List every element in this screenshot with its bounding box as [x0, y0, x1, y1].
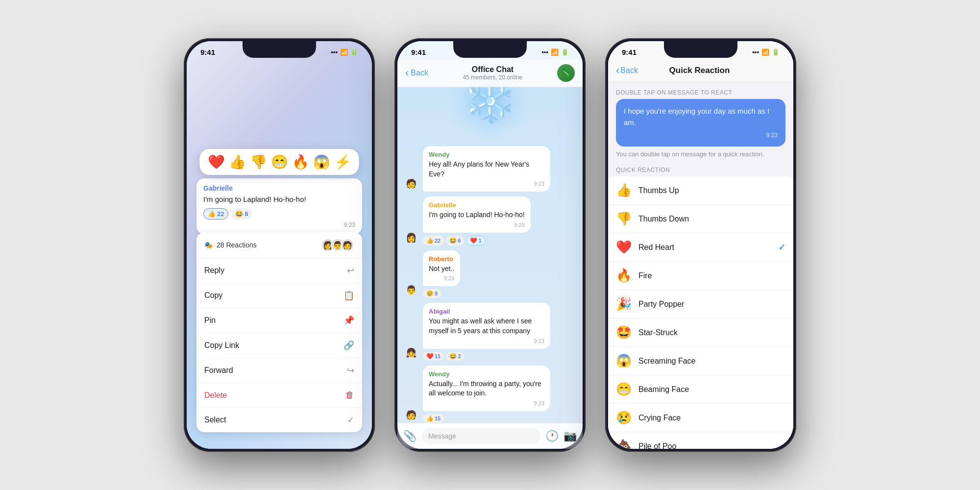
voice-icon[interactable]: 🕐: [545, 430, 559, 442]
qr-label-fire: Fire: [638, 271, 785, 280]
status-icons-2: ▪▪▪ 📶 🔋: [541, 49, 569, 56]
react-fire[interactable]: 🔥: [292, 154, 309, 170]
qr-label-scream: Screaming Face: [638, 357, 785, 366]
reaction-4a[interactable]: 👍 15: [423, 414, 444, 423]
camera-icon[interactable]: 📷: [564, 430, 577, 442]
qr-check-redheart: ✓: [778, 242, 785, 253]
qr-label-partypopper: Party Popper: [638, 300, 785, 309]
reaction-1c[interactable]: ❤️ 1: [466, 236, 485, 245]
qr-emoji-crying: 😢: [616, 410, 632, 425]
msg-row-3: 👧 Abigail You might as well ask where I …: [403, 303, 577, 360]
menu-forward[interactable]: Forward ↪: [196, 358, 362, 383]
react-scream[interactable]: 😱: [313, 154, 330, 170]
reactions-header[interactable]: 🎭 28 Reactions 👩 👨 🧑: [196, 232, 362, 258]
menu-copylink[interactable]: Copy Link 🔗: [196, 333, 362, 358]
msg-bubble-1: Gabrielle I'm going to Lapland! Ho-ho-ho…: [423, 196, 531, 233]
menu-pin-label: Pin: [204, 316, 216, 325]
notch-3: [664, 41, 737, 58]
msg-time-0: 9:23: [429, 181, 544, 187]
attachment-icon[interactable]: 📎: [403, 430, 416, 442]
reaction-3b[interactable]: 😂 3: [446, 352, 464, 361]
phone-1: 9:41 ▪▪▪ 📶 🔋 ❤️ 👍 👎 😁 🔥 😱 ⚡ Gabrielle: [184, 38, 375, 452]
menu-reply[interactable]: Reply ↩: [196, 258, 362, 283]
msg-group-3: Abigail You might as well ask where I se…: [423, 303, 550, 360]
react-grin[interactable]: 😁: [271, 154, 288, 170]
qr-item-scream[interactable]: 😱 Screaming Face: [608, 347, 793, 375]
battery-icon: 🔋: [350, 49, 358, 56]
qr-item-beaming[interactable]: 😁 Beaming Face: [608, 375, 793, 404]
reaction-count-laugh: 6: [245, 210, 248, 218]
msg-bubble-3: Abigail You might as well ask where I se…: [423, 303, 550, 348]
forward-icon: ↪: [347, 365, 354, 376]
reaction-3a[interactable]: ❤️ 11: [423, 352, 444, 361]
copy-icon: 📋: [343, 290, 354, 301]
qr-item-partypopper[interactable]: 🎉 Party Popper: [608, 290, 793, 318]
chat-title: Office Chat: [433, 65, 552, 74]
reaction-emoji-2: 😂: [235, 210, 243, 218]
qr-item-fire[interactable]: 🔥 Fire: [608, 262, 793, 290]
react-thumbsup[interactable]: 👍: [229, 154, 246, 170]
qr-header: Back Quick Reaction: [608, 59, 793, 82]
reply-icon: ↩: [347, 265, 354, 276]
chat-header: Back Office Chat 45 members, 20 online 🦎: [397, 59, 583, 87]
qr-label-crying: Crying Face: [638, 414, 785, 422]
chat-back-button[interactable]: Back: [405, 67, 428, 79]
msg-avatar-1: 👩: [403, 230, 419, 245]
reaction-1b[interactable]: 😂 6: [446, 236, 464, 245]
menu-pin[interactable]: Pin 📌: [196, 308, 362, 333]
chat-input-bar: 📎 Message 🕐 📷: [397, 423, 583, 449]
reaction-thumbsup[interactable]: 👍 22: [203, 208, 228, 220]
msg-row-1: 👩 Gabrielle I'm going to Lapland! Ho-ho-…: [403, 196, 577, 245]
signal-icon: ▪▪▪: [331, 49, 338, 56]
msg-reactions-4: 👍 15: [423, 414, 550, 423]
msg-row-2: 👨 Roberto Not yet.. 9:23 😢 9: [403, 250, 577, 298]
qr-preview-text: I hope you're enjoying your day as much …: [624, 106, 778, 128]
avatar-3: 🧑: [341, 238, 354, 252]
menu-copy[interactable]: Copy 📋: [196, 283, 362, 308]
qr-emoji-fire: 🔥: [616, 268, 632, 283]
chat-subtitle: 45 members, 20 online: [433, 74, 552, 81]
qr-item-crying[interactable]: 😢 Crying Face: [608, 404, 793, 432]
reaction-1a[interactable]: 👍 22: [423, 236, 444, 245]
reaction-2a[interactable]: 😢 9: [423, 289, 441, 298]
status-icons-1: ▪▪▪ 📶 🔋: [331, 49, 358, 56]
notch-2: [453, 41, 527, 58]
group-avatar[interactable]: 🦎: [557, 64, 575, 82]
menu-select[interactable]: Select ✓: [196, 408, 362, 432]
qr-item-redheart[interactable]: ❤️ Red Heart ✓: [608, 233, 793, 262]
signal-icon-2: ▪▪▪: [541, 49, 548, 56]
qr-item-thumbsdown[interactable]: 👎 Thumbs Down: [608, 205, 793, 233]
notch-1: [243, 41, 316, 58]
msg-time-2: 9:23: [429, 275, 454, 281]
msg-avatar-4: 🧑: [403, 407, 419, 423]
qr-emoji-scream: 😱: [616, 353, 632, 368]
menu-copylink-label: Copy Link: [204, 341, 239, 350]
reactions-icon: 🎭: [204, 241, 213, 249]
qr-item-thumbsup[interactable]: 👍 Thumbs Up: [608, 176, 793, 205]
time-2: 9:41: [411, 48, 426, 56]
qr-item-poo[interactable]: 💩 Pile of Poo: [608, 432, 793, 449]
qr-label-poo: Pile of Poo: [638, 442, 785, 449]
react-thumbsdown[interactable]: 👎: [250, 154, 267, 170]
react-heart[interactable]: ❤️: [208, 154, 225, 170]
qr-preview-time: 9:23: [624, 131, 778, 140]
menu-delete[interactable]: Delete 🗑: [196, 383, 362, 408]
qr-item-starstruck[interactable]: 🤩 Star-Struck: [608, 318, 793, 347]
emoji-reaction-bar[interactable]: ❤️ 👍 👎 😁 🔥 😱 ⚡: [200, 149, 359, 175]
phone-2: 9:41 ▪▪▪ 📶 🔋 Back Office Chat 45 members…: [394, 38, 586, 452]
msg-time-3: 9:23: [429, 338, 544, 344]
reaction-laugh[interactable]: 😂 6: [231, 208, 252, 220]
menu-delete-label: Delete: [204, 391, 227, 400]
qr-back-button[interactable]: Back: [616, 64, 638, 77]
menu-forward-label: Forward: [204, 366, 233, 375]
quick-reaction-list: 👍 Thumbs Up 👎 Thumbs Down ❤️ Red Heart ✓…: [608, 176, 793, 449]
msg-sender-0: Wendy: [429, 151, 544, 158]
avatar-stack: 👩 👨 🧑: [321, 238, 354, 252]
select-icon: ✓: [347, 415, 354, 425]
react-zap[interactable]: ⚡: [334, 154, 351, 170]
context-menu: 🎭 28 Reactions 👩 👨 🧑 Reply ↩ Copy 📋: [196, 232, 362, 432]
battery-icon-3: 🔋: [772, 49, 780, 56]
reactions-count: 28 Reactions: [217, 241, 257, 249]
message-input[interactable]: Message: [421, 428, 540, 444]
msg-bubble-0: Wendy Hey all! Any plans for New Year's …: [423, 146, 550, 192]
